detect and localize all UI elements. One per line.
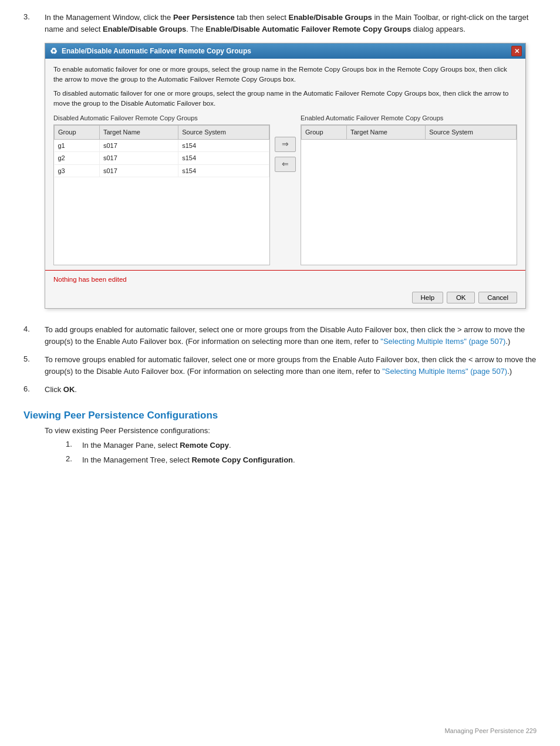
right-panel-title: Enabled Automatic Failover Remote Copy G… (301, 113, 517, 123)
left-panel: Disabled Automatic Failover Remote Copy … (53, 113, 270, 266)
step-4-link[interactable]: "Selecting Multiple Items" (page 507) (380, 337, 505, 346)
dialog-body: To enable automatic failover for one or … (45, 59, 525, 270)
help-button[interactable]: Help (412, 292, 444, 303)
page-footer: Managing Peer Persistence 229 (444, 727, 537, 734)
section-body: To view existing Peer Persistence config… (23, 426, 537, 466)
step-5-link[interactable]: "Selecting Multiple Items" (page 507) (382, 367, 507, 376)
table-cell-source: s154 (178, 139, 269, 152)
right-panel: Enabled Automatic Failover Remote Copy G… (301, 113, 517, 266)
step-3-content: In the Management Window, click the Peer… (45, 12, 537, 317)
step-3-text-4: . The (186, 25, 205, 33)
table-cell-target: s017 (99, 164, 178, 177)
step-4-content: To add groups enabled for automatic fail… (45, 324, 537, 347)
left-table-wrapper[interactable]: Group Target Name Source System g1s017s1… (53, 124, 270, 265)
step-4: 4. To add groups enabled for automatic f… (23, 324, 537, 347)
sub-step-2: 2. In the Management Tree, select Remote… (66, 454, 537, 466)
dialog-title: Enable/Disable Automatic Failover Remote… (62, 46, 251, 56)
sub-step-2-num: 2. (66, 454, 82, 466)
sub-step-2-text: In the Management Tree, select (82, 455, 191, 464)
step-5-content: To remove groups enabled for automatic f… (45, 354, 537, 377)
step-5-num: 5. (23, 354, 45, 377)
left-table-header-row: Group Target Name Source System (55, 126, 269, 140)
step-4-text-after: .) (505, 337, 510, 346)
dialog-buttons: Help OK Cancel (45, 288, 525, 308)
sub-step-2-after: . (293, 455, 295, 464)
sub-step-1-bold: Remote Copy (180, 441, 229, 450)
step-6-bold: OK (63, 385, 75, 394)
dialog-desc-1: To enable automatic failover for one or … (53, 65, 517, 84)
sub-step-1-after: . (229, 441, 231, 450)
step-5-text-after: .) (507, 367, 512, 376)
step-3-text-1: In the Management Window, click the (45, 13, 173, 22)
step-6-content: Click OK. (45, 384, 537, 396)
step-4-num: 4. (23, 324, 45, 347)
sub-step-2-content: In the Management Tree, select Remote Co… (82, 454, 295, 466)
dialog-desc-2: To disabled automatic failover for one o… (53, 89, 517, 108)
right-table-header-row: Group Target Name Source System (302, 126, 517, 140)
dialog-wrapper: ♻ Enable/Disable Automatic Failover Remo… (45, 43, 537, 309)
step-3-bold-2: Enable/Disable Groups (289, 13, 372, 22)
step-3-num: 3. (23, 12, 45, 317)
edited-status: Nothing has been edited (53, 276, 127, 283)
step-6: 6. Click OK. (23, 384, 537, 396)
step-3-text-5: dialog appears. (411, 25, 465, 33)
left-col-target: Target Name (99, 126, 178, 140)
step-5: 5. To remove groups enabled for automati… (23, 354, 537, 377)
section-intro: To view existing Peer Persistence config… (45, 426, 537, 435)
dialog-close-button[interactable]: ✕ (511, 46, 522, 56)
sub-step-1-num: 1. (66, 440, 82, 451)
enable-disable-dialog: ♻ Enable/Disable Automatic Failover Remo… (45, 43, 526, 309)
table-cell-group: g1 (55, 139, 100, 152)
table-row[interactable]: g1s017s154 (55, 139, 269, 152)
dialog-panels: Disabled Automatic Failover Remote Copy … (53, 113, 517, 266)
dialog-titlebar: ♻ Enable/Disable Automatic Failover Remo… (45, 43, 525, 59)
step-6-text-after: . (75, 385, 77, 394)
left-data-table: Group Target Name Source System g1s017s1… (54, 125, 269, 177)
step-6-num: 6. (23, 384, 45, 396)
right-col-group: Group (302, 126, 347, 140)
table-row[interactable]: g3s017s154 (55, 164, 269, 177)
step-3-bold-3: Enable/Disable Groups (103, 25, 186, 33)
table-cell-target: s017 (99, 152, 178, 165)
table-cell-group: g2 (55, 152, 100, 165)
step-3-bold-4: Enable/Disable Automatic Failover Remote… (205, 25, 411, 33)
left-panel-title: Disabled Automatic Failover Remote Copy … (53, 113, 270, 123)
sub-step-1-content: In the Manager Pane, select Remote Copy. (82, 440, 231, 451)
step-6-text: Click (45, 385, 63, 394)
ok-button[interactable]: OK (447, 292, 475, 303)
table-cell-source: s154 (178, 164, 269, 177)
table-cell-source: s154 (178, 152, 269, 165)
step-3: 3. In the Management Window, click the P… (23, 12, 537, 317)
dialog-footer: Nothing has been edited (45, 270, 525, 288)
table-cell-target: s017 (99, 139, 178, 152)
sub-step-1: 1. In the Manager Pane, select Remote Co… (66, 440, 537, 451)
left-col-group: Group (55, 126, 100, 140)
table-row[interactable]: g2s017s154 (55, 152, 269, 165)
section-heading: Viewing Peer Persistence Configurations (23, 410, 537, 421)
move-left-button[interactable]: ⇐ (275, 157, 296, 172)
step-3-bold-1: Peer Persistence (173, 13, 235, 22)
table-cell-group: g3 (55, 164, 100, 177)
sub-step-1-text: In the Manager Pane, select (82, 441, 180, 450)
move-right-button[interactable]: ⇒ (275, 137, 296, 152)
left-col-source: Source System (178, 126, 269, 140)
dialog-titlebar-left: ♻ Enable/Disable Automatic Failover Remo… (49, 46, 251, 56)
step-3-text-2: tab then select (235, 13, 289, 22)
sub-steps: 1. In the Manager Pane, select Remote Co… (45, 440, 537, 466)
right-data-table: Group Target Name Source System (301, 125, 517, 140)
sub-step-2-bold: Remote Copy Configuration (191, 455, 293, 464)
right-table-wrapper[interactable]: Group Target Name Source System (301, 124, 517, 265)
left-table-body: g1s017s154g2s017s154g3s017s154 (55, 139, 269, 177)
dialog-icon: ♻ (49, 46, 58, 56)
right-col-source: Source System (426, 126, 517, 140)
right-col-target: Target Name (346, 126, 425, 140)
arrow-panel: ⇒ ⇐ (270, 113, 301, 172)
cancel-button[interactable]: Cancel (478, 292, 517, 303)
